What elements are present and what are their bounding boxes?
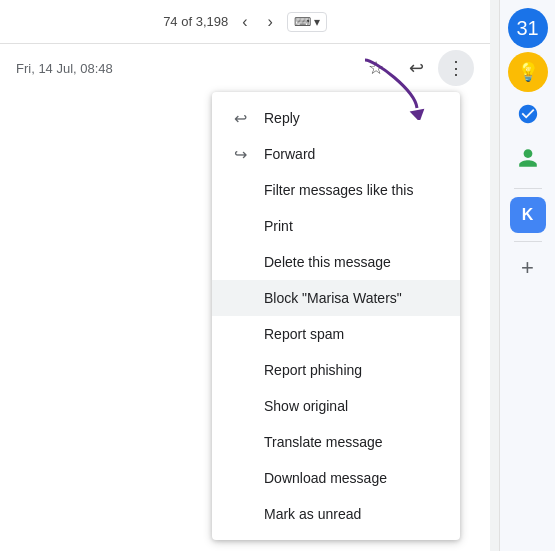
menu-item-translate-label: Translate message [264, 434, 383, 450]
menu-item-phishing[interactable]: Report phishing [212, 352, 460, 388]
keyboard-icon: ⌨ [294, 15, 311, 29]
contacts-sidebar-button[interactable] [508, 140, 548, 180]
keyboard-dropdown-icon: ▾ [314, 15, 320, 29]
right-sidebar: 31 💡 K + [499, 0, 555, 551]
chevron-right-icon: › [268, 13, 273, 31]
notes-icon: 💡 [517, 61, 539, 83]
menu-item-original[interactable]: Show original [212, 388, 460, 424]
email-date: Fri, 14 Jul, 08:48 [16, 61, 113, 76]
pagination-text: 74 of 3,198 [163, 14, 228, 29]
menu-item-print[interactable]: Print [212, 208, 460, 244]
next-button[interactable]: › [262, 9, 279, 35]
calendar-sidebar-button[interactable]: 31 [508, 8, 548, 48]
reply-button[interactable]: ↩ [398, 50, 434, 86]
add-sidebar-button[interactable]: + [510, 250, 546, 286]
more-options-button[interactable]: ⋮ [438, 50, 474, 86]
menu-item-unread-label: Mark as unread [264, 506, 361, 522]
forward-icon: ↪ [228, 142, 252, 166]
menu-item-delete[interactable]: Delete this message [212, 244, 460, 280]
add-icon: + [521, 255, 534, 281]
main-content: 74 of 3,198 ‹ › ⌨ ▾ Fri, 14 Jul, 08:48 ☆… [0, 0, 490, 551]
menu-item-spam-label: Report spam [264, 326, 344, 342]
menu-item-print-label: Print [264, 218, 293, 234]
k-icon: K [522, 206, 534, 224]
chevron-left-icon: ‹ [242, 13, 247, 31]
star-icon: ☆ [368, 57, 384, 79]
menu-item-unread[interactable]: Mark as unread [212, 496, 460, 532]
sidebar-divider-2 [514, 241, 542, 242]
reply-icon: ↩ [228, 106, 252, 130]
calendar-icon: 31 [516, 17, 538, 40]
menu-item-filter-label: Filter messages like this [264, 182, 413, 198]
menu-item-reply[interactable]: ↩Reply [212, 100, 460, 136]
menu-item-download[interactable]: Download message [212, 460, 460, 496]
tasks-sidebar-button[interactable] [508, 96, 548, 136]
menu-item-forward[interactable]: ↪Forward [212, 136, 460, 172]
reply-icon: ↩ [409, 57, 424, 79]
more-icon: ⋮ [447, 57, 465, 79]
menu-item-block[interactable]: Block "Marisa Waters" [212, 280, 460, 316]
contacts-icon [517, 147, 539, 174]
top-bar: 74 of 3,198 ‹ › ⌨ ▾ [0, 0, 490, 44]
k-app-button[interactable]: K [510, 197, 546, 233]
menu-item-phishing-label: Report phishing [264, 362, 362, 378]
prev-button[interactable]: ‹ [236, 9, 253, 35]
star-button[interactable]: ☆ [358, 50, 394, 86]
menu-item-block-label: Block "Marisa Waters" [264, 290, 402, 306]
menu-item-spam[interactable]: Report spam [212, 316, 460, 352]
menu-item-download-label: Download message [264, 470, 387, 486]
menu-item-delete-label: Delete this message [264, 254, 391, 270]
menu-item-reply-label: Reply [264, 110, 300, 126]
tasks-icon [517, 103, 539, 130]
menu-item-translate[interactable]: Translate message [212, 424, 460, 460]
notes-sidebar-button[interactable]: 💡 [508, 52, 548, 92]
sidebar-divider [514, 188, 542, 189]
menu-item-forward-label: Forward [264, 146, 315, 162]
menu-item-filter[interactable]: Filter messages like this [212, 172, 460, 208]
keyboard-button[interactable]: ⌨ ▾ [287, 12, 327, 32]
dropdown-menu: ↩Reply↪ForwardFilter messages like thisP… [212, 92, 460, 540]
menu-item-original-label: Show original [264, 398, 348, 414]
email-header: Fri, 14 Jul, 08:48 ☆ ↩ ⋮ [0, 44, 490, 92]
